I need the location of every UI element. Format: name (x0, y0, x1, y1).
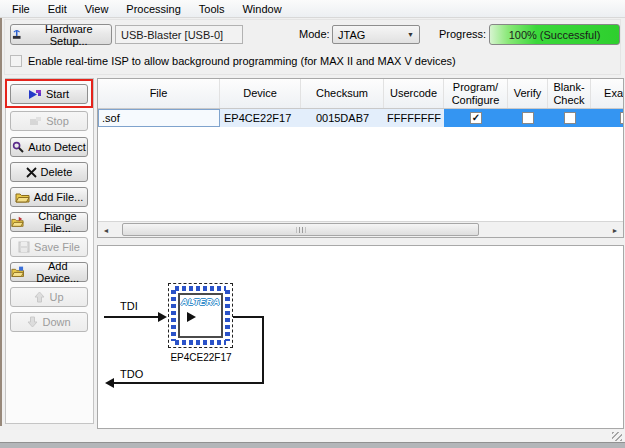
up-arrow-icon (34, 291, 45, 303)
scroll-right-button[interactable]: ► (607, 222, 623, 238)
auto-detect-button[interactable]: Auto Detect (10, 137, 88, 157)
chain-wire-right (233, 316, 264, 318)
start-icon (29, 89, 42, 100)
menu-bar: File Edit View Processing Tools Window (0, 0, 625, 18)
checksum-cell[interactable]: 0015DAB7 (301, 109, 384, 127)
tdo-label: TDO (120, 368, 143, 380)
delete-button[interactable]: Delete (10, 162, 88, 182)
chain-wire-down (262, 316, 264, 384)
menu-item-processing[interactable]: Processing (117, 2, 189, 16)
column-header-checksum[interactable]: Checksum (301, 79, 384, 108)
program-configure-checkbox[interactable] (470, 112, 482, 124)
verify-checkbox[interactable] (522, 112, 534, 124)
hardware-setup-label: Hardware Setup... (26, 23, 111, 47)
altera-logo: ALTERA (180, 297, 221, 307)
file-table-panel: File Device Checksum Usercode Program/ C… (97, 78, 624, 238)
progress-bar: 100% (Successful) (489, 24, 620, 45)
table-row[interactable]: .sof EP4CE22F17 0015DAB7 FFFFFFFF (98, 109, 623, 127)
column-header-usercode[interactable]: Usercode (384, 79, 444, 108)
menu-item-tools[interactable]: Tools (190, 2, 234, 16)
device-cell[interactable]: EP4CE22F17 (220, 109, 301, 127)
file-cell[interactable]: .sof (98, 109, 220, 127)
file-table-header: File Device Checksum Usercode Program/ C… (98, 79, 623, 109)
tdi-wire (104, 316, 160, 318)
resize-grip[interactable] (612, 432, 622, 441)
scrollbar-grip (296, 227, 305, 233)
column-header-blank-check[interactable]: Blank- Check (548, 79, 591, 108)
menu-item-view[interactable]: View (76, 2, 118, 16)
down-button[interactable]: Down (10, 312, 88, 332)
add-device-button[interactable]: Add Device... (10, 262, 88, 282)
blank-check-checkbox[interactable] (564, 112, 576, 124)
tdo-wire (114, 382, 264, 384)
programmer-window: File Edit View Processing Tools Window H… (0, 0, 625, 448)
start-button[interactable]: Start (10, 84, 88, 104)
menu-item-window[interactable]: Window (233, 2, 290, 16)
window-bottom-border (0, 442, 625, 448)
column-header-file[interactable]: File (98, 79, 220, 108)
down-arrow-icon (27, 316, 38, 328)
scrollbar-thumb[interactable] (122, 223, 479, 236)
save-file-button[interactable]: Save File (10, 237, 88, 257)
hardware-name-field: USB-Blaster [USB-0] (115, 25, 243, 44)
tdi-arrowhead-icon (158, 312, 167, 322)
chip-pins-bottom (175, 340, 226, 345)
column-header-verify[interactable]: Verify (508, 79, 548, 108)
chip-body: ALTERA (178, 293, 223, 338)
isp-checkbox-label: Enable real-time ISP to allow background… (28, 55, 456, 67)
progress-text: 100% (Successful) (509, 29, 601, 41)
add-file-icon (15, 191, 30, 203)
column-header-examine[interactable]: Examine (591, 79, 624, 108)
stop-icon (29, 116, 42, 127)
device-chip[interactable]: ALTERA (168, 283, 233, 348)
change-file-button[interactable]: Change File... (10, 212, 88, 232)
mode-select[interactable]: JTAG ▼ (332, 25, 420, 44)
column-header-device[interactable]: Device (220, 79, 301, 108)
stop-button[interactable]: Stop (10, 111, 88, 131)
save-file-icon (18, 241, 30, 253)
add-file-button[interactable]: Add File... (10, 187, 88, 207)
mode-value: JTAG (338, 29, 365, 41)
isp-option-row: Enable real-time ISP to allow background… (10, 55, 456, 67)
add-device-icon (11, 266, 24, 278)
chip-play-icon (187, 312, 196, 322)
chip-pins-right (225, 290, 230, 341)
delete-icon (26, 167, 37, 178)
up-button[interactable]: Up (10, 287, 88, 307)
examine-cell (591, 109, 624, 127)
menu-item-file[interactable]: File (3, 2, 39, 16)
auto-detect-icon (12, 141, 24, 153)
horizontal-scrollbar[interactable]: ◄ ► (98, 221, 623, 237)
verify-cell (508, 109, 548, 127)
program-configure-cell (444, 109, 508, 127)
chip-pins-top (175, 286, 226, 291)
window-left-border (0, 18, 2, 426)
chip-pins-left (171, 290, 176, 341)
progress-label: Progress: (439, 28, 486, 40)
isp-checkbox[interactable] (10, 55, 22, 67)
tdo-arrowhead-icon (105, 378, 114, 388)
column-header-program-configure[interactable]: Program/ Configure (444, 79, 508, 108)
chip-device-name: EP4CE22F17 (156, 352, 246, 363)
mode-label: Mode: (299, 28, 330, 40)
chevron-down-icon: ▼ (407, 31, 414, 38)
change-file-icon (11, 216, 24, 228)
scroll-left-button[interactable]: ◄ (98, 222, 114, 238)
tdi-label: TDI (120, 300, 138, 312)
examine-checkbox[interactable] (620, 112, 624, 124)
usercode-cell[interactable]: FFFFFFFF (384, 109, 444, 127)
status-bar (0, 430, 625, 442)
hardware-icon (11, 29, 22, 40)
menu-item-edit[interactable]: Edit (39, 2, 76, 16)
blank-check-cell (548, 109, 591, 127)
hardware-setup-button[interactable]: Hardware Setup... (10, 24, 112, 45)
